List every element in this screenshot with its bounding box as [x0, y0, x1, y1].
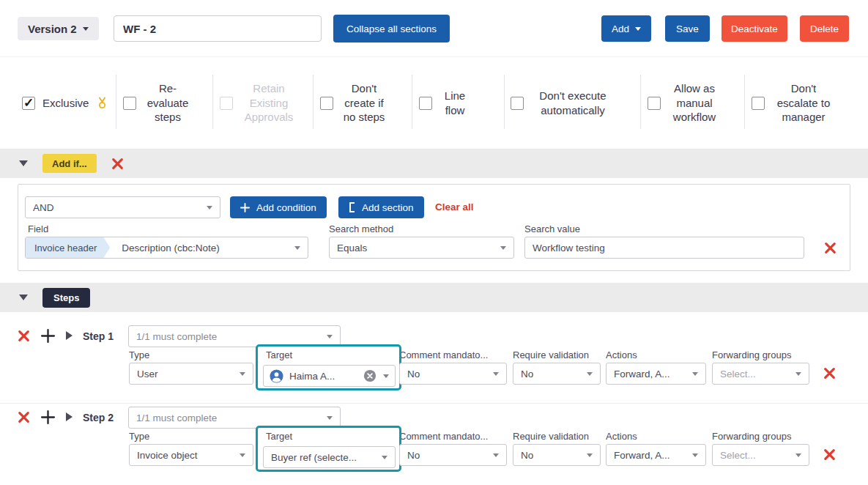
target-select[interactable]: Haima A...	[263, 365, 396, 387]
workflow-name-input[interactable]	[114, 15, 322, 42]
delete-step-icon[interactable]	[16, 328, 31, 344]
reevaluate-checkbox[interactable]	[123, 97, 136, 110]
option-label: Don't escalate to manager	[772, 81, 835, 125]
line-flow-checkbox[interactable]	[419, 97, 432, 110]
option-dont-escalate-to-manager[interactable]: Don't escalate to manager	[752, 57, 835, 149]
plus-icon	[240, 203, 250, 212]
step-name: Step 1	[83, 330, 114, 342]
add-section-button[interactable]: Add section	[338, 196, 424, 218]
add-section-label: Add section	[362, 202, 414, 213]
option-label: Allow as manual workflow	[668, 81, 721, 125]
require-validation-select[interactable]: No	[513, 444, 601, 466]
add-step-icon[interactable]	[40, 328, 56, 344]
divider	[313, 75, 314, 129]
collapse-condition-icon[interactable]	[19, 160, 28, 166]
search-method-value: Equals	[337, 242, 500, 253]
chevron-down-icon	[692, 453, 698, 457]
remove-step-config-icon[interactable]	[822, 447, 837, 462]
condition-section-header: Add if...	[0, 149, 868, 178]
type-column-label: Type	[129, 349, 149, 360]
delete-button[interactable]: Delete	[800, 15, 849, 42]
option-label: Don't create if no steps	[341, 81, 387, 125]
divider	[116, 75, 116, 129]
exclusive-checkbox[interactable]	[22, 97, 35, 110]
type-value: User	[137, 369, 240, 380]
search-method-select[interactable]: Equals	[329, 237, 514, 259]
comment-mandatory-select[interactable]: No	[399, 444, 507, 466]
collapse-all-sections-button[interactable]: Collapse all sections	[333, 15, 450, 42]
add-dropdown-button[interactable]: Add	[601, 15, 651, 42]
option-line-flow[interactable]: Line flow	[419, 57, 470, 149]
option-exclusive[interactable]: Exclusive	[22, 57, 108, 149]
step-name: Step 2	[83, 412, 114, 423]
user-avatar-icon	[270, 369, 283, 383]
require-validation-value: No	[521, 450, 587, 461]
option-dont-execute-automatically[interactable]: Don't execute automatically	[511, 57, 615, 149]
actions-select[interactable]: Forward, A...	[606, 444, 706, 466]
deactivate-button[interactable]: Deactivate	[722, 15, 787, 42]
save-button[interactable]: Save	[665, 15, 710, 42]
forwarding-groups-column-label: Forwarding groups	[712, 431, 791, 442]
field-select[interactable]: Invoice header Description (cbc:Note)	[25, 237, 308, 259]
remove-condition-icon[interactable]	[823, 240, 838, 256]
type-select[interactable]: Invoice object	[129, 444, 253, 466]
completion-rule-value: 1/1 must complete	[136, 412, 327, 423]
require-validation-select[interactable]: No	[513, 363, 601, 385]
comment-mandatory-value: No	[407, 369, 493, 380]
search-method-column-label: Search method	[329, 223, 393, 234]
option-dont-create-if-no-steps[interactable]: Don't create if no steps	[320, 57, 387, 149]
option-label: Retain Existing Approvals	[240, 81, 297, 125]
field-group-chip: Invoice header	[26, 237, 110, 258]
delete-step-icon[interactable]	[16, 410, 31, 425]
target-select[interactable]: Buyer ref (selecte...	[263, 446, 396, 468]
option-reevaluate-steps[interactable]: Re-evaluate steps	[123, 57, 192, 149]
actions-select[interactable]: Forward, A...	[606, 363, 706, 385]
option-label: Line flow	[439, 89, 470, 117]
chevron-down-icon	[493, 372, 499, 376]
clear-target-icon[interactable]	[363, 369, 376, 382]
operator-value: AND	[33, 202, 207, 213]
field-column-label: Field	[28, 223, 48, 234]
divider	[640, 75, 641, 129]
expand-step-icon[interactable]	[66, 331, 73, 340]
clear-all-link[interactable]: Clear all	[435, 201, 474, 212]
retain-approvals-checkbox	[220, 97, 233, 110]
require-validation-column-label: Require validation	[513, 349, 589, 360]
chevron-down-icon	[493, 453, 499, 457]
chevron-down-icon	[83, 27, 89, 31]
add-if-button[interactable]: Add if...	[42, 154, 97, 173]
logical-operator-select[interactable]: AND	[25, 196, 220, 218]
chevron-down-icon	[692, 372, 698, 376]
chevron-down-icon	[240, 372, 245, 376]
search-value-input[interactable]	[524, 237, 804, 259]
collapse-steps-icon[interactable]	[19, 295, 28, 300]
chevron-down-icon	[587, 453, 593, 457]
steps-badge[interactable]: Steps	[42, 288, 90, 308]
actions-column-label: Actions	[606, 349, 637, 360]
forwarding-groups-select[interactable]: Select...	[712, 444, 809, 466]
expand-step-icon[interactable]	[66, 412, 73, 421]
dont-execute-checkbox[interactable]	[511, 97, 524, 110]
target-highlight: Target Buyer ref (selecte...	[256, 426, 401, 472]
workflow-options: Exclusive Re-evaluate steps Retain Exist…	[0, 57, 868, 149]
option-allow-as-manual-workflow[interactable]: Allow as manual workflow	[648, 57, 721, 149]
add-step-icon[interactable]	[40, 410, 56, 425]
comment-column-label: Comment mandato...	[399, 349, 488, 360]
actions-value: Forward, A...	[614, 450, 692, 461]
remove-step-config-icon[interactable]	[822, 366, 837, 381]
type-select[interactable]: User	[129, 363, 253, 385]
add-condition-label: Add condition	[256, 202, 316, 213]
divider	[412, 75, 412, 129]
forwarding-groups-value: Select...	[720, 450, 795, 461]
forwarding-groups-column-label: Forwarding groups	[712, 349, 791, 360]
dont-create-checkbox[interactable]	[320, 97, 333, 110]
forwarding-groups-select[interactable]: Select...	[712, 363, 809, 385]
dont-escalate-checkbox[interactable]	[752, 97, 765, 110]
manual-workflow-checkbox[interactable]	[648, 97, 661, 110]
comment-mandatory-select[interactable]: No	[399, 363, 507, 385]
version-dropdown[interactable]: Version 2	[18, 17, 99, 40]
add-condition-button[interactable]: Add condition	[230, 196, 327, 218]
remove-condition-section-icon[interactable]	[110, 156, 125, 171]
type-value: Invoice object	[137, 450, 240, 461]
chevron-down-icon	[382, 456, 387, 459]
